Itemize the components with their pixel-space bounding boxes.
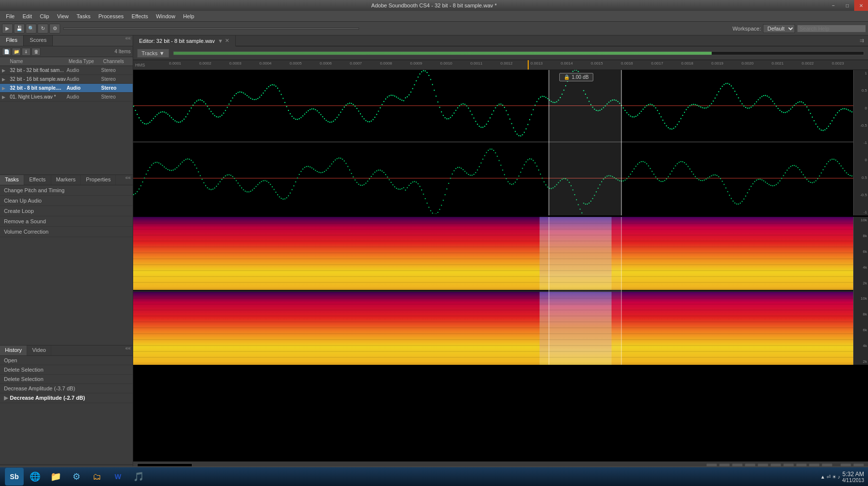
- task-create-loop[interactable]: Create Loop: [0, 206, 133, 216]
- toolbar-btn-4[interactable]: ⚙: [49, 24, 60, 34]
- menu-view[interactable]: View: [53, 12, 73, 20]
- task-change-pitch[interactable]: Change Pitch and Timing: [0, 185, 133, 196]
- menu-edit[interactable]: Edit: [19, 12, 36, 20]
- editor-expand-btn[interactable]: ⇉: [856, 36, 868, 45]
- history-delete-1[interactable]: Delete Selection: [0, 365, 133, 375]
- tab-video[interactable]: Video: [27, 346, 51, 355]
- panel-collapse-files[interactable]: ««: [123, 35, 133, 46]
- file-icon: ▶: [2, 95, 10, 100]
- tab-files[interactable]: Files: [0, 35, 24, 46]
- file-media: Audio: [67, 94, 101, 100]
- menu-help[interactable]: Help: [179, 12, 198, 20]
- ruler-tick-label: 0.0020: [741, 61, 753, 66]
- tab-tasks[interactable]: Tasks: [0, 175, 24, 185]
- panel-collapse-history[interactable]: ««: [123, 346, 133, 355]
- taskbar-word[interactable]: W: [108, 468, 127, 486]
- file-item[interactable]: ▶ 32 bit - 16 bit sample.wav Audio Stere…: [0, 75, 133, 84]
- editor-tabs: Editor: 32 bit - 8 bit sample.wav ▼ ✕ ⇉: [133, 35, 868, 46]
- ruler-tick-label: 0.0006: [320, 61, 331, 66]
- open-file-btn[interactable]: 📁: [12, 48, 21, 56]
- files-actions: 📄 📁 ⇓ 🗑 4 Items: [0, 46, 133, 57]
- taskbar-folder[interactable]: 📁: [46, 468, 65, 486]
- history-delete-2[interactable]: Delete Selection: [0, 375, 133, 384]
- files-tabs: Files Scores ««: [0, 35, 133, 46]
- workspace-label: Workspace:: [732, 26, 761, 32]
- taskbar: Sb 🌐 📁 ⚙ 🗂 W 🎵 ▲ ⏎ ☀ ♪ 5:32 AM 4/11/2013: [0, 466, 868, 486]
- history-list: Open Delete Selection Delete Selection D…: [0, 356, 133, 464]
- waveform-area[interactable]: 🔒 1.00 dB 1 0.5 0 -0.5 -1 0 0.5 -0.5 -1: [133, 70, 868, 461]
- file-item[interactable]: ▶ 01. Night Lives.wav * Audio Stereo: [0, 93, 133, 102]
- history-open[interactable]: Open: [0, 356, 133, 365]
- menu-file[interactable]: File: [2, 12, 19, 20]
- spec-10k-top: 10k: [855, 218, 867, 222]
- editor-tab-main[interactable]: Editor: 32 bit - 8 bit sample.wav ▼ ✕: [133, 35, 236, 46]
- scale-m05b: -0.5: [855, 193, 867, 197]
- tab-markers[interactable]: Markers: [51, 175, 81, 185]
- spec-8k-top: 8k: [855, 234, 867, 238]
- toolbar-btn-2[interactable]: 💾: [14, 24, 25, 34]
- editor-tab-label: Editor: 32 bit - 8 bit sample.wav: [139, 38, 215, 44]
- ruler-tick-label: 0.0010: [440, 61, 452, 66]
- tracks-label[interactable]: Tracks ▼: [137, 49, 169, 58]
- menu-processes[interactable]: Processes: [94, 12, 127, 20]
- task-volume-correction[interactable]: Volume Correction: [0, 227, 133, 237]
- taskbar-settings[interactable]: ⚙: [67, 468, 86, 486]
- import-file-btn[interactable]: ⇓: [22, 48, 31, 56]
- file-list: ▶ 32 bit - 32 bit float sam... Audio Ste…: [0, 66, 133, 174]
- search-input[interactable]: [797, 25, 866, 33]
- menu-bar: File Edit Clip View Tasks Processes Effe…: [0, 11, 868, 22]
- new-file-btn[interactable]: 📄: [2, 48, 11, 56]
- spec-6k-bot: 6k: [855, 328, 867, 332]
- file-item-active[interactable]: ▶ 32 bit - 8 bit sample.... Audio Stereo: [0, 84, 133, 93]
- selection-spectrogram: [548, 217, 622, 365]
- tab-scores[interactable]: Scores: [24, 35, 53, 46]
- file-name: 32 bit - 16 bit sample.wav: [10, 76, 67, 82]
- menu-effects[interactable]: Effects: [128, 12, 152, 20]
- delete-file-btn[interactable]: 🗑: [32, 48, 40, 56]
- file-item[interactable]: ▶ 32 bit - 32 bit float sam... Audio Ste…: [0, 66, 133, 75]
- menu-clip[interactable]: Clip: [36, 12, 53, 20]
- minimize-button[interactable]: −: [827, 0, 840, 11]
- close-button[interactable]: ✕: [854, 0, 868, 11]
- file-channels: Stereo: [101, 94, 131, 100]
- taskbar-explorer[interactable]: 🗂: [88, 468, 107, 486]
- menu-window[interactable]: Window: [152, 12, 179, 20]
- selection-region: [548, 70, 622, 215]
- tab-history[interactable]: History: [0, 346, 27, 355]
- tab-effects[interactable]: Effects: [24, 175, 51, 185]
- task-clean-up[interactable]: Clean Up Audio: [0, 196, 133, 206]
- task-remove-sound[interactable]: Remove a Sound: [0, 216, 133, 227]
- spec-2k-bot: 2k: [855, 359, 867, 364]
- ruler-tick-label: 0.0009: [410, 61, 422, 66]
- tab-properties[interactable]: Properties: [81, 175, 116, 185]
- spectrogram-scale: 10k 8k 6k 4k 2k 10k 8k 6k 4k 2k: [853, 217, 868, 365]
- file-name: 32 bit - 8 bit sample....: [10, 85, 67, 91]
- spec-4k-bot: 4k: [855, 344, 867, 348]
- history-decrease-2[interactable]: ▶Decrease Amplitude (-2.7 dB): [0, 393, 133, 403]
- editor-tab-close[interactable]: ✕: [225, 37, 229, 44]
- menu-tasks[interactable]: Tasks: [72, 12, 94, 20]
- ruler-tick-label: 0.0016: [621, 61, 633, 66]
- editor-tab-dropdown[interactable]: ▼: [217, 38, 223, 44]
- taskbar-soundbooth[interactable]: Sb: [5, 468, 24, 486]
- task-tabs: Tasks Effects Markers Properties ««: [0, 174, 133, 185]
- task-list: Change Pitch and Timing Clean Up Audio C…: [0, 185, 133, 237]
- maximize-button[interactable]: □: [840, 0, 854, 11]
- clock-date: 4/11/2013: [842, 478, 865, 483]
- file-media: Audio: [67, 68, 101, 73]
- file-icon: ▶: [2, 77, 10, 82]
- tray-icons: ▲ ⏎ ☀ ♪: [820, 474, 840, 480]
- taskbar-other[interactable]: 🎵: [129, 468, 148, 486]
- workspace-select[interactable]: Default: [763, 24, 795, 33]
- toolbar-btn-3[interactable]: ↻: [37, 24, 48, 34]
- scale-0b: 0: [855, 158, 867, 162]
- file-icon: ▶: [2, 86, 10, 91]
- window-controls[interactable]: − □ ✕: [827, 0, 868, 11]
- toolbar-btn-1[interactable]: ▶: [2, 24, 13, 34]
- waveform-scale: 1 0.5 0 -0.5 -1 0 0.5 -0.5 -1: [853, 70, 868, 215]
- toolbar-btn-search[interactable]: 🔍: [26, 24, 36, 34]
- history-decrease-1[interactable]: Decrease Amplitude (-3.7 dB): [0, 384, 133, 393]
- taskbar-chrome[interactable]: 🌐: [26, 468, 44, 486]
- spec-10k-bot: 10k: [855, 296, 867, 301]
- panel-collapse-tasks[interactable]: ««: [123, 175, 133, 185]
